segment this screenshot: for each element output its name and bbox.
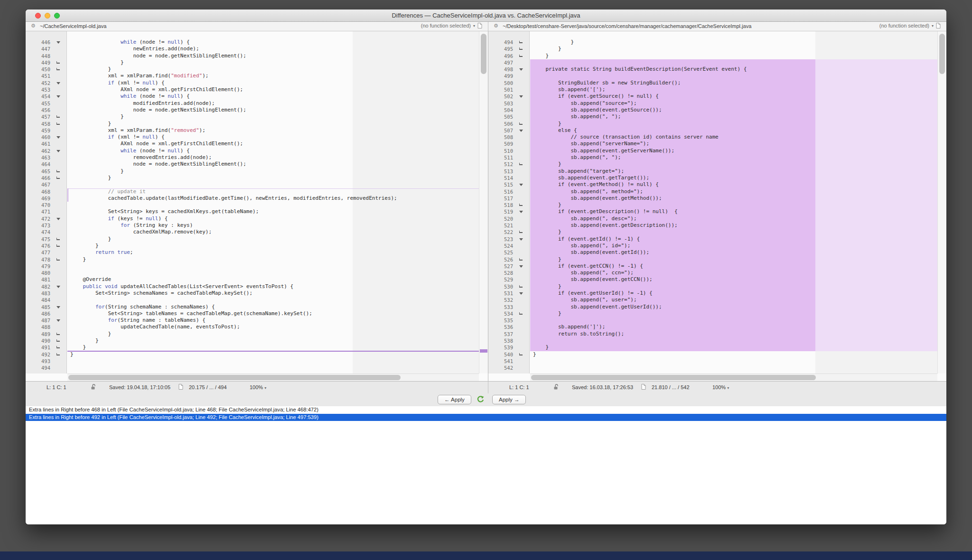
apply-left-button[interactable]: ← Apply (438, 395, 471, 404)
code-cell[interactable]: } (67, 344, 488, 351)
code-cell[interactable]: } (67, 256, 488, 263)
code-line[interactable]: 505 sb.append(", "); (488, 113, 946, 120)
gear-icon[interactable]: ⚙ (494, 23, 498, 29)
code-line[interactable]: 458 } (26, 121, 488, 127)
fold-column[interactable] (515, 121, 530, 127)
fold-column[interactable] (515, 202, 530, 208)
code-cell-highlighted[interactable]: sb.append("target="); (530, 168, 946, 175)
code-line[interactable]: 454 while (node != null) { (26, 93, 488, 100)
code-line[interactable]: 451 xml = xmlParam.find("modified"); (26, 73, 488, 79)
code-cell-highlighted[interactable]: sb.append(event.getTarget()); (530, 175, 946, 181)
code-line[interactable]: 478 } (26, 256, 488, 263)
fold-column[interactable] (52, 66, 67, 73)
code-cell-highlighted[interactable]: sb.append(", ccn="); (530, 270, 946, 276)
right-function-selector[interactable]: (no function selected) (879, 23, 929, 28)
code-line[interactable]: 476 } (26, 243, 488, 249)
code-line[interactable]: 447 newEntries.add(node); (26, 46, 488, 52)
right-horizontal-scrollbar[interactable] (530, 373, 937, 381)
code-cell-highlighted[interactable]: } (530, 161, 946, 168)
code-cell[interactable]: return true; (67, 249, 488, 256)
code-line[interactable]: 475 } (26, 236, 488, 243)
fold-end-icon[interactable] (519, 47, 523, 50)
code-cell-highlighted[interactable]: } (530, 310, 946, 317)
fold-column[interactable] (52, 236, 67, 243)
code-cell[interactable]: AXml node = xml.getFirstChildElement(); (67, 140, 488, 147)
code-line[interactable]: 513 sb.append("target="); (488, 168, 946, 175)
code-cell[interactable]: xml = xmlParam.find("removed"); (67, 127, 488, 134)
code-line[interactable]: 527 if (event.getCCN() != -1) { (488, 263, 946, 270)
code-cell-highlighted[interactable]: } (530, 256, 946, 263)
code-cell-highlighted[interactable]: } (530, 121, 946, 127)
fold-open-icon[interactable] (56, 286, 60, 288)
fold-end-icon[interactable] (56, 238, 60, 240)
code-cell[interactable]: } (67, 236, 488, 243)
code-line[interactable]: 515 if (event.getMethod() != null) { (488, 181, 946, 188)
code-cell-highlighted[interactable]: sb.append(", "); (530, 113, 946, 120)
fold-open-icon[interactable] (519, 211, 523, 213)
code-cell-highlighted[interactable]: sb.append("source="); (530, 100, 946, 107)
fold-open-icon[interactable] (56, 136, 60, 139)
fold-column[interactable] (515, 161, 530, 168)
fold-column[interactable] (52, 113, 67, 120)
code-line[interactable]: 462 while (node != null) { (26, 148, 488, 154)
code-line[interactable]: 467 (26, 181, 488, 188)
code-line[interactable]: 450 } (26, 66, 488, 73)
code-line[interactable]: 494 } (488, 39, 946, 46)
code-cell[interactable] (530, 358, 946, 364)
code-cell[interactable]: Set<String> keys = cachedXmlKeys.get(tab… (67, 208, 488, 215)
code-line[interactable]: 468 // update it (26, 188, 488, 195)
code-cell-highlighted[interactable]: sb.append(", "); (530, 154, 946, 161)
code-line[interactable]: 531 if (event.getUserId() != -1) { (488, 290, 946, 297)
code-line[interactable]: 509 sb.append("serverName="); (488, 140, 946, 147)
code-line[interactable]: 490 } (26, 337, 488, 344)
code-cell-highlighted[interactable]: return sb.toString(); (530, 331, 946, 337)
code-line[interactable]: 501 sb.append('['); (488, 86, 946, 93)
page-icon[interactable] (936, 23, 941, 28)
code-line[interactable]: 479 (26, 263, 488, 270)
code-line[interactable]: 464 node = node.getNextSiblingElement(); (26, 161, 488, 168)
fold-column[interactable] (52, 243, 67, 249)
code-cell[interactable]: } (67, 351, 488, 358)
fold-column[interactable] (52, 331, 67, 337)
code-cell-highlighted[interactable]: private static String buildEventDescript… (530, 66, 946, 73)
code-line[interactable]: 532 sb.append(", user="); (488, 297, 946, 303)
code-line[interactable]: 493 (26, 358, 488, 364)
code-cell-highlighted[interactable]: sb.append(", method="); (530, 188, 946, 195)
code-line[interactable]: 519 if (event.getDescription() != null) … (488, 208, 946, 215)
code-line[interactable]: 521 sb.append(event.getDescription()); (488, 222, 946, 229)
code-line[interactable]: 456 node = node.getNextSiblingElement(); (26, 107, 488, 113)
left-horizontal-scrollbar[interactable] (67, 373, 479, 381)
code-line[interactable]: 535 (488, 317, 946, 324)
code-cell[interactable] (530, 364, 946, 371)
fold-column[interactable] (52, 148, 67, 154)
code-cell[interactable]: } (530, 39, 946, 46)
code-line[interactable]: 488 updateCachedTable(name, eventsToPost… (26, 324, 488, 330)
code-cell-highlighted[interactable]: sb.append(", desc="); (530, 215, 946, 222)
fold-column[interactable] (515, 310, 530, 317)
code-cell[interactable]: @Override (67, 276, 488, 283)
fold-column[interactable] (52, 121, 67, 127)
code-cell-highlighted[interactable]: sb.append(event.getDescription()); (530, 222, 946, 229)
fold-end-icon[interactable] (56, 115, 60, 118)
lock-icon[interactable] (553, 384, 559, 391)
code-line[interactable]: 503 sb.append("source="); (488, 100, 946, 107)
scrollbar-thumb[interactable] (939, 34, 945, 74)
code-cell[interactable]: } (67, 243, 488, 249)
code-cell[interactable]: } (67, 168, 488, 175)
code-cell[interactable]: while (node != null) { (67, 93, 488, 100)
diff-list-item-selected[interactable]: Extra lines in Right before 492 in Left … (26, 414, 946, 421)
fold-end-icon[interactable] (519, 353, 523, 355)
code-cell[interactable]: cachedTable.update(lastModifiedDate.getT… (67, 195, 488, 202)
code-line[interactable]: 530 } (488, 283, 946, 290)
code-cell[interactable]: } (67, 66, 488, 73)
code-cell-highlighted[interactable]: } (530, 202, 946, 208)
fold-column[interactable] (515, 46, 530, 52)
code-cell[interactable]: modifiedEntries.add(node); (67, 100, 488, 107)
page-icon[interactable] (477, 23, 482, 28)
code-cell[interactable]: AXml node = xml.getFirstChildElement(); (67, 86, 488, 93)
code-line[interactable]: 489 } (26, 331, 488, 337)
fold-column[interactable] (52, 134, 67, 140)
code-line[interactable]: 533 sb.append(event.getUserId()); (488, 304, 946, 310)
code-line[interactable]: 510 sb.append(event.getServerName()); (488, 148, 946, 154)
code-line[interactable]: 526 } (488, 256, 946, 263)
